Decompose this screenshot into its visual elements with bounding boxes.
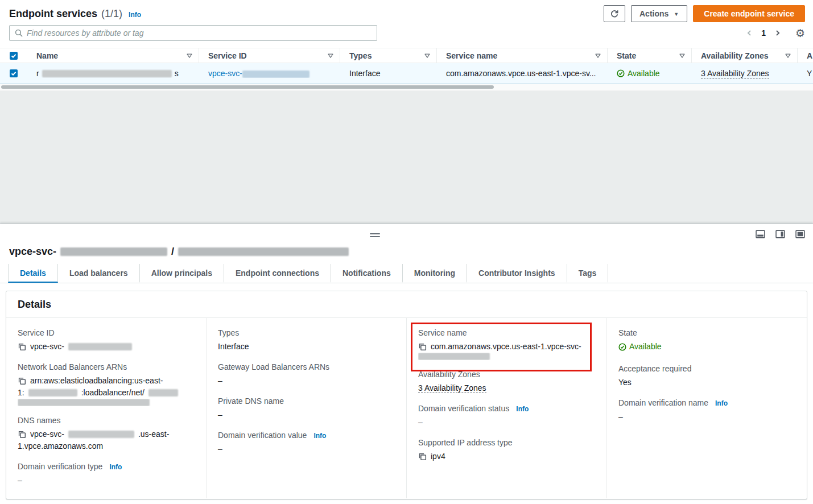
- column-header-acceptance[interactable]: A: [798, 48, 813, 63]
- horizontal-scrollbar[interactable]: [0, 84, 813, 90]
- field-supported-ip-type: Supported IP address type ipv4: [418, 438, 595, 462]
- cell-service-name: com.amazonaws.vpce.us-east-1.vpce-sv...: [437, 69, 608, 78]
- redacted-arn-tail: [18, 399, 150, 406]
- info-link[interactable]: Info: [109, 463, 122, 471]
- copy-icon[interactable]: [18, 377, 26, 385]
- field-label: Supported IP address type: [418, 438, 595, 447]
- field-domain-verification-value: Domain verification value Info –: [218, 431, 395, 455]
- column-header-state[interactable]: State: [608, 48, 692, 63]
- search-input[interactable]: [27, 28, 372, 38]
- service-id-link[interactable]: vpce-svc-: [208, 69, 309, 78]
- tab-endpoint-connections[interactable]: Endpoint connections: [224, 264, 331, 283]
- filter-icon[interactable]: [595, 52, 601, 59]
- column-header-service-id[interactable]: Service ID: [199, 48, 340, 63]
- select-all-checkbox[interactable]: [10, 52, 18, 60]
- dns-line1b: .us-east-: [138, 428, 169, 440]
- search-icon: [15, 29, 23, 37]
- toolbar: 1 ⚙: [9, 25, 805, 41]
- filter-icon[interactable]: [424, 52, 431, 59]
- state-text: Available: [629, 341, 662, 353]
- info-link[interactable]: Info: [516, 405, 529, 413]
- redacted-title-name: [178, 247, 349, 256]
- column-header-service-name[interactable]: Service name: [437, 48, 608, 63]
- settings-gear-icon[interactable]: ⚙: [795, 28, 805, 39]
- filter-icon[interactable]: [679, 52, 686, 59]
- create-endpoint-service-button[interactable]: Create endpoint service: [693, 5, 805, 22]
- field-value: Yes: [618, 377, 795, 389]
- field-acceptance-required: Acceptance required Yes: [618, 364, 795, 389]
- field-service-name: Service name com.amazonaws.vpce.us-east-…: [418, 328, 595, 360]
- current-page-number[interactable]: 1: [758, 28, 769, 38]
- details-column-3: Service name com.amazonaws.vpce.us-east-…: [406, 318, 606, 498]
- actions-label: Actions: [639, 9, 668, 18]
- tab-notifications[interactable]: Notifications: [331, 264, 403, 283]
- copy-icon[interactable]: [418, 452, 427, 461]
- field-domain-verification-status: Domain verification status Info –: [418, 404, 595, 428]
- field-label: Service ID: [18, 328, 195, 337]
- panel-fullscreen-layout-icon[interactable]: [795, 229, 805, 239]
- row-checkbox[interactable]: [10, 69, 18, 77]
- table-row[interactable]: rs vpce-svc- Interface com.amazonaws.vpc…: [0, 63, 813, 84]
- panel-side-layout-icon[interactable]: [775, 229, 785, 239]
- details-heading: Details: [18, 299, 51, 311]
- actions-button[interactable]: Actions ▼: [631, 5, 687, 22]
- title-info-link[interactable]: Info: [129, 11, 141, 19]
- copy-icon[interactable]: [18, 430, 26, 439]
- split-panel: vpce-svc- / Details Load balancers Allow…: [0, 224, 813, 504]
- column-label: Types: [349, 51, 372, 60]
- column-label: Name: [36, 51, 58, 60]
- redacted-title-id: [60, 247, 167, 256]
- info-link[interactable]: Info: [313, 432, 326, 440]
- search-box[interactable]: [9, 25, 377, 41]
- previous-page-button[interactable]: [742, 26, 757, 40]
- next-page-button[interactable]: [770, 26, 785, 40]
- availability-zones-popover-link[interactable]: 3 Availability Zones: [701, 69, 769, 79]
- tab-monitoring[interactable]: Monitoring: [403, 264, 467, 283]
- info-link[interactable]: Info: [715, 399, 728, 407]
- field-label: Network Load Balancers ARNs: [18, 362, 195, 371]
- page-title: Endpoint services: [9, 8, 97, 20]
- split-panel-resize-handle[interactable]: [370, 233, 380, 237]
- header-actions: Actions ▼ Create endpoint service: [604, 5, 805, 22]
- column-label: Availability Zones: [701, 51, 769, 60]
- refresh-button[interactable]: [604, 5, 625, 22]
- copy-icon[interactable]: [18, 342, 26, 351]
- field-label: Private DNS name: [218, 396, 395, 406]
- tab-load-balancers[interactable]: Load balancers: [58, 264, 140, 283]
- check-icon: [11, 71, 16, 76]
- redacted-dns-id: [68, 431, 134, 438]
- column-header-types[interactable]: Types: [340, 48, 437, 63]
- field-value: –: [418, 416, 595, 428]
- redacted-service-id: [242, 71, 309, 78]
- redacted-account-id: [28, 389, 77, 396]
- row-select-cell: [0, 69, 27, 77]
- scrollbar-thumb[interactable]: [1, 85, 494, 89]
- pagination: 1 ⚙: [742, 26, 805, 40]
- panel-bottom-layout-icon[interactable]: [756, 229, 765, 239]
- table-header: Name Service ID Types Service name State…: [0, 48, 813, 63]
- panel-tabs: Details Load balancers Allow principals …: [0, 264, 813, 283]
- filter-icon[interactable]: [327, 52, 334, 59]
- nlb-arn-line2b: :loadbalancer/net/: [81, 387, 145, 399]
- tab-contributor-insights[interactable]: Contributor Insights: [467, 264, 567, 283]
- panel-layout-controls: [756, 229, 805, 239]
- dns-line2: 1.vpce.amazonaws.com: [18, 440, 103, 452]
- name-prefix: r: [36, 69, 39, 78]
- column-header-availability-zones[interactable]: Availability Zones: [692, 48, 798, 63]
- field-gwlb-arns: Gateway Load Balancers ARNs –: [218, 362, 395, 387]
- nlb-arn-line2a: 1:: [18, 387, 24, 399]
- title-group: Endpoint services (1/1) Info: [9, 8, 141, 20]
- details-column-4: State Available Acceptance required Yes …: [606, 318, 807, 498]
- availability-zones-popover-link[interactable]: 3 Availability Zones: [418, 383, 486, 393]
- filter-icon[interactable]: [785, 52, 791, 59]
- empty-area: [0, 90, 813, 224]
- tab-details[interactable]: Details: [8, 264, 58, 283]
- field-value: –: [18, 474, 195, 486]
- field-label: Acceptance required: [618, 364, 795, 373]
- tab-tags[interactable]: Tags: [567, 264, 609, 283]
- copy-icon[interactable]: [418, 342, 427, 351]
- resource-count: (1/1): [101, 8, 122, 20]
- column-header-name[interactable]: Name: [27, 48, 199, 63]
- filter-icon[interactable]: [186, 52, 193, 59]
- tab-allow-principals[interactable]: Allow principals: [140, 264, 224, 283]
